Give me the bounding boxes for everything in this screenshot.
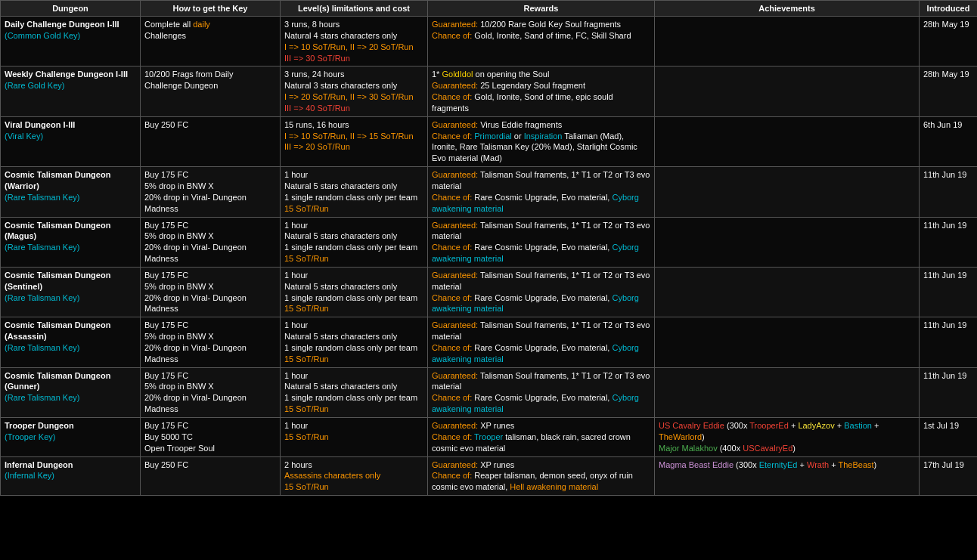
level-cell: 1 hourNatural 5 stars characters only1 s… [281,167,428,217]
level-cell: 1 hourNatural 5 stars characters only1 s… [281,217,428,267]
level-cell: 1 hourNatural 5 stars characters only1 s… [281,367,428,417]
key-cell: Buy 175 FC5% drop in BNW X20% drop in Vi… [141,267,281,317]
header-rewards: Rewards [428,1,655,17]
key-cell: Buy 250 FC [141,456,281,496]
header-introduced: Introduced [920,1,978,17]
introduced-cell: 11th Jun 19 [920,367,978,417]
introduced-cell: 11th Jun 19 [920,267,978,317]
table-row: Infernal Dungeon(Infernal Key) Buy 250 F… [1,456,978,496]
level-cell: 1 hourNatural 5 stars characters only1 s… [281,317,428,367]
dungeon-cell: Cosmic Talisman Dungeon (Magus)(Rare Tal… [1,217,141,267]
introduced-cell: 11th Jun 19 [920,167,978,217]
level-cell: 2 hoursAssassins characters only15 SoT/R… [281,456,428,496]
rewards-cell: Guaranteed: Talisman Soul framents, 1* T… [428,317,655,367]
key-cell: Buy 175 FCBuy 5000 TCOpen Trooper Soul [141,418,281,457]
table-row: Cosmic Talisman Dungeon (Gunner)(Rare Ta… [1,367,978,417]
header-key: How to get the Key [141,1,281,17]
table-row: Daily Challenge Dungeon I-III(Common Gol… [1,17,978,67]
table-row: Weekly Challenge Dungeon I-III(Rare Gold… [1,67,978,116]
achievements-cell: Magma Beast Eddie (300x EternityEd + Wra… [655,456,920,496]
rewards-cell: Guaranteed: 10/200 Rare Gold Key Soul fr… [428,17,655,67]
header-level: Level(s) limitations and cost [281,1,428,17]
achievements-cell: US Cavalry Eddie (300x TrooperEd + LadyA… [655,418,920,457]
dungeon-cell: Cosmic Talisman Dungeon (Sentinel)(Rare … [1,267,141,317]
table-row: Trooper Dungeon(Trooper Key) Buy 175 FCB… [1,418,978,457]
rewards-cell: Guaranteed: Virus Eddie fragmentsChance … [428,116,655,166]
table-row: Cosmic Talisman Dungeon (Sentinel)(Rare … [1,267,978,317]
achievements-cell [655,67,920,116]
rewards-cell: Guaranteed: Talisman Soul framents, 1* T… [428,167,655,217]
dungeon-cell: Cosmic Talisman Dungeon (Warrior)(Rare T… [1,167,141,217]
header-dungeon: Dungeon [1,1,141,17]
introduced-cell: 17th Jul 19 [920,456,978,496]
dungeon-cell: Viral Dungeon I-III(Viral Key) [1,116,141,166]
achievements-cell [655,116,920,166]
key-cell: Buy 175 FC5% drop in BNW X20% drop in Vi… [141,367,281,417]
introduced-cell: 11th Jun 19 [920,317,978,367]
introduced-cell: 1st Jul 19 [920,418,978,457]
introduced-cell: 28th May 19 [920,67,978,116]
level-cell: 1 hour15 SoT/Run [281,418,428,457]
main-table: Dungeon How to get the Key Level(s) limi… [0,0,977,496]
key-cell: Buy 250 FC [141,116,281,166]
dungeon-cell: Cosmic Talisman Dungeon (Gunner)(Rare Ta… [1,367,141,417]
table-row: Cosmic Talisman Dungeon (Assassin)(Rare … [1,317,978,367]
header-achievements: Achievements [655,1,920,17]
key-cell: 10/200 Frags from DailyChallenge Dungeon [141,67,281,116]
dungeon-cell: Trooper Dungeon(Trooper Key) [1,418,141,457]
dungeon-cell: Cosmic Talisman Dungeon (Assassin)(Rare … [1,317,141,367]
introduced-cell: 11th Jun 19 [920,217,978,267]
achievements-cell [655,17,920,67]
key-cell: Buy 175 FC5% drop in BNW X20% drop in Vi… [141,317,281,367]
rewards-cell: Guaranteed: XP runesChance of: Reaper ta… [428,456,655,496]
dungeon-cell: Infernal Dungeon(Infernal Key) [1,456,141,496]
introduced-cell: 28th May 19 [920,17,978,67]
rewards-cell: Guaranteed: XP runesChance of: Trooper t… [428,418,655,457]
rewards-cell: Guaranteed: Talisman Soul framents, 1* T… [428,217,655,267]
key-cell: Complete all dailyChallenges [141,17,281,67]
key-cell: Buy 175 FC5% drop in BNW X20% drop in Vi… [141,167,281,217]
table-row: Cosmic Talisman Dungeon (Warrior)(Rare T… [1,167,978,217]
achievements-cell [655,167,920,217]
achievements-cell [655,367,920,417]
level-cell: 3 runs, 24 hoursNatural 3 stars characte… [281,67,428,116]
key-cell: Buy 175 FC5% drop in BNW X20% drop in Vi… [141,217,281,267]
introduced-cell: 6th Jun 19 [920,116,978,166]
rewards-cell: 1* GoldIdol on opening the SoulGuarantee… [428,67,655,116]
achievements-cell [655,267,920,317]
level-cell: 15 runs, 16 hoursI => 10 SoT/Run, II => … [281,116,428,166]
level-cell: 1 hourNatural 5 stars characters only1 s… [281,267,428,317]
table-row: Viral Dungeon I-III(Viral Key) Buy 250 F… [1,116,978,166]
dungeon-cell: Weekly Challenge Dungeon I-III(Rare Gold… [1,67,141,116]
achievements-cell [655,217,920,267]
table-row: Cosmic Talisman Dungeon (Magus)(Rare Tal… [1,217,978,267]
rewards-cell: Guaranteed: Talisman Soul framents, 1* T… [428,367,655,417]
dungeon-cell: Daily Challenge Dungeon I-III(Common Gol… [1,17,141,67]
level-cell: 3 runs, 8 hoursNatural 4 stars character… [281,17,428,67]
achievements-cell [655,317,920,367]
rewards-cell: Guaranteed: Talisman Soul framents, 1* T… [428,267,655,317]
